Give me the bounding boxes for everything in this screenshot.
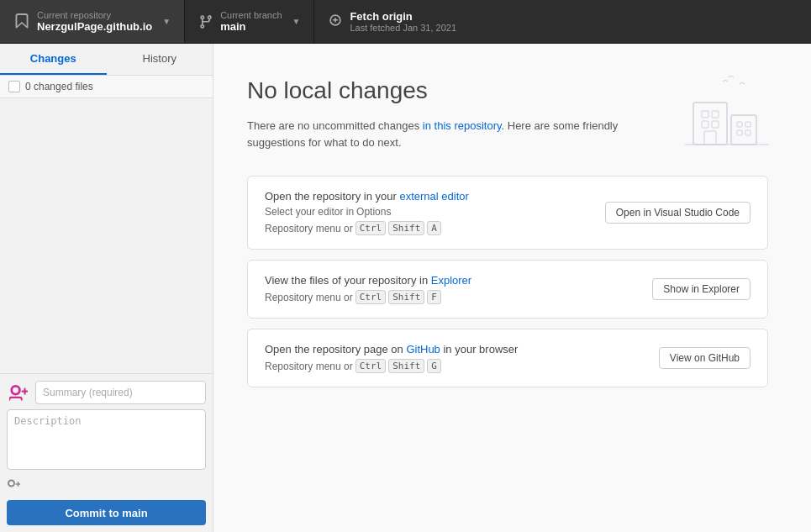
repo-label: Current repository	[37, 10, 152, 20]
card2-shortcut: Repository menu or Ctrl Shift F	[265, 290, 471, 304]
card2-title: View the files of your repository in Exp…	[265, 274, 471, 287]
card-explorer: View the files of your repository in Exp…	[247, 260, 768, 319]
kbd-a: A	[427, 221, 441, 235]
branch-caret-icon: ▼	[292, 17, 301, 26]
svg-rect-10	[745, 130, 750, 135]
svg-rect-6	[731, 115, 756, 145]
changed-files-bar: 0 changed files	[0, 76, 213, 98]
card3-shortcut: Repository menu or Ctrl Shift G	[265, 359, 518, 373]
commit-area: Commit to main	[0, 373, 213, 532]
commit-avatar-icon	[7, 381, 30, 404]
kbd-shift3: Shift	[388, 359, 424, 373]
kbd-ctrl3: Ctrl	[355, 359, 387, 373]
svg-rect-7	[737, 122, 742, 127]
card3-title: Open the repository page on GitHub in yo…	[265, 343, 518, 356]
coauthor-icon	[7, 478, 20, 495]
commit-button[interactable]: Commit to main	[7, 500, 206, 525]
card-external-editor-left: Open the repository in your external edi…	[265, 190, 469, 235]
kbd-f: F	[427, 290, 441, 304]
svg-rect-8	[745, 122, 750, 127]
sidebar-spacer	[0, 98, 213, 373]
repo-caret-icon: ▼	[162, 17, 171, 26]
fetch-title: Fetch origin	[350, 10, 456, 23]
card-external-editor: Open the repository in your external edi…	[247, 176, 768, 250]
card1-link[interactable]: external editor	[399, 190, 468, 203]
main-area: Changes History 0 changed files	[0, 44, 811, 532]
svg-rect-0	[693, 103, 727, 145]
description-textarea[interactable]	[7, 409, 206, 470]
fetch-origin-section[interactable]: Fetch origin Last fetched Jan 31, 2021	[314, 0, 470, 43]
card-github: Open the repository page on GitHub in yo…	[247, 329, 768, 387]
svg-rect-4	[712, 121, 719, 128]
svg-rect-5	[704, 131, 716, 145]
branch-label: Current branch	[220, 10, 282, 20]
right-panel: No local changes There are no uncommitte…	[213, 44, 811, 532]
card3-link[interactable]: GitHub	[406, 343, 440, 356]
kbd-ctrl2: Ctrl	[355, 290, 387, 304]
fetch-icon	[328, 13, 343, 31]
svg-rect-3	[702, 121, 708, 128]
branch-text: Current branch main	[220, 10, 282, 33]
current-branch-section[interactable]: Current branch main ▼	[185, 0, 314, 43]
coauthor-row	[7, 478, 206, 495]
no-changes-title: No local changes	[247, 77, 428, 104]
card-github-left: Open the repository page on GitHub in yo…	[265, 343, 518, 373]
svg-rect-2	[712, 111, 719, 118]
svg-rect-1	[702, 111, 708, 118]
kbd-g: G	[427, 359, 441, 373]
repo-name: NerzgulPage.github.io	[37, 20, 152, 33]
tab-history[interactable]: History	[107, 44, 213, 75]
changed-count: 0 changed files	[25, 81, 93, 92]
card1-subtitle: Select your editor in Options	[265, 206, 469, 218]
card1-title: Open the repository in your external edi…	[265, 190, 469, 203]
branch-icon	[198, 14, 213, 29]
sidebar: Changes History 0 changed files	[0, 44, 213, 532]
svg-rect-9	[737, 130, 742, 135]
repo-text: Current repository NerzgulPage.github.io	[37, 10, 152, 33]
card1-shortcut: Repository menu or Ctrl Shift A	[265, 221, 469, 235]
sidebar-tabs: Changes History	[0, 44, 213, 76]
card2-link[interactable]: Explorer	[431, 274, 471, 287]
repo-icon	[13, 13, 30, 30]
summary-row	[7, 381, 206, 404]
no-changes-desc: There are no uncommitted changes in this…	[247, 118, 667, 150]
kbd-shift2: Shift	[388, 290, 424, 304]
topbar: Current repository NerzgulPage.github.io…	[0, 0, 811, 44]
view-on-github-button[interactable]: View on GitHub	[659, 347, 750, 369]
in-this-repo-link[interactable]: in this repository	[423, 119, 502, 132]
show-in-explorer-button[interactable]: Show in Explorer	[652, 278, 750, 300]
open-vscode-button[interactable]: Open in Visual Studio Code	[605, 202, 750, 224]
branch-name: main	[220, 20, 282, 33]
kbd-ctrl1: Ctrl	[355, 221, 387, 235]
fetch-sub: Last fetched Jan 31, 2021	[350, 23, 456, 33]
suggestion-cards: Open the repository in your external edi…	[247, 176, 768, 398]
select-all-checkbox[interactable]	[8, 81, 20, 92]
tab-changes[interactable]: Changes	[0, 44, 107, 75]
current-repo-section[interactable]: Current repository NerzgulPage.github.io…	[0, 0, 185, 43]
fetch-text: Fetch origin Last fetched Jan 31, 2021	[350, 10, 456, 33]
summary-input[interactable]	[35, 381, 206, 404]
card1-options-link[interactable]: Options	[356, 206, 391, 218]
card-explorer-left: View the files of your repository in Exp…	[265, 274, 471, 304]
kbd-shift1: Shift	[388, 221, 424, 235]
no-changes-illustration	[677, 69, 777, 156]
